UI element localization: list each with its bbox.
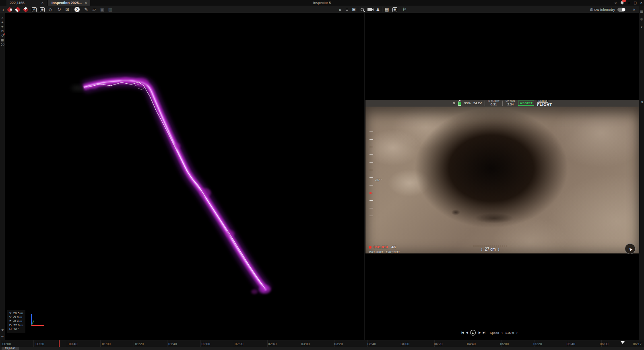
collapse-right-icon[interactable]: » [633, 6, 635, 13]
timeline-label: 02:20 [235, 342, 243, 346]
telemetry-toggle[interactable] [617, 8, 625, 12]
inspector-pose-button[interactable]: ♟ [375, 6, 381, 13]
sidebar-icon: ⊕ [1, 328, 4, 332]
timeline-label: 02:40 [268, 342, 277, 346]
tab-inspection-2025[interactable]: Inspection 2025... × [48, 0, 90, 6]
polygon-button[interactable]: ▱ [91, 6, 97, 13]
playhead[interactable] [59, 340, 60, 347]
timeline-label: 01:40 [168, 342, 177, 346]
sidebar-item-language[interactable]: ⊕ [0, 327, 5, 332]
close-icon[interactable]: × [85, 1, 87, 5]
collapse-button[interactable]: ∨ [639, 25, 644, 29]
target-button[interactable]: ◎ [639, 17, 644, 21]
more-tools-icon[interactable]: » [337, 6, 343, 13]
sidebar-item-updates[interactable]: ↺ [0, 33, 5, 38]
sidebar-item-drone[interactable]: ✈ [0, 25, 5, 29]
sidebar-icon: ✈ [1, 25, 4, 29]
pos-y: Y: -5.8 m [9, 315, 23, 319]
mesh-view-button[interactable]: ◇ [47, 6, 53, 13]
toolbar-separator [400, 7, 400, 12]
snapshot-icon: ◉ [392, 7, 398, 12]
measure-button[interactable]: ✎ [83, 6, 89, 13]
camera-select-button[interactable]: ◉ [39, 6, 45, 13]
battery-icon [458, 101, 461, 106]
sidebar-item-home[interactable]: ⌂ [0, 16, 5, 20]
timeline-label: 02:00 [202, 342, 210, 346]
sidebar-item-help[interactable]: ? [0, 42, 5, 47]
video-telemetry-bar: ⊕ 93% 24.2V IN FLIGHT 0:31 UP TIME 2:34 … [365, 100, 639, 107]
help-button[interactable]: ? [74, 6, 80, 13]
timeline-end-marker[interactable] [621, 341, 625, 344]
close-video-icon[interactable]: × [641, 100, 643, 104]
flight-mode: 12:39:54 FLIGHT [537, 100, 552, 107]
telemetry-label: Show telemetry [590, 8, 615, 12]
cube-icon [7, 6, 12, 12]
axis-gizmo [28, 313, 46, 329]
toolbar-separator [72, 7, 72, 12]
speed-up-button[interactable]: › [516, 331, 518, 335]
record-dot-icon [369, 246, 372, 249]
pointcloud-view-2-button[interactable] [15, 6, 21, 13]
crop-button[interactable]: ⊡ [64, 6, 70, 13]
sidebar-icon: ⌂ [2, 16, 4, 20]
divider [502, 101, 503, 106]
battery-percent: 93% [464, 101, 471, 105]
panel-toggle-button[interactable]: ▦ [639, 9, 644, 14]
notifications-button[interactable] [620, 1, 624, 5]
filters-button[interactable]: ≡ [344, 6, 350, 13]
delete-button[interactable]: ▥ [107, 6, 113, 13]
layout-windows-button[interactable]: ⊞ [351, 6, 357, 13]
app-window: 222,1165 × Inspection 2025... × Inspecto… [0, 0, 644, 350]
select-area-button[interactable]: A [31, 6, 37, 13]
tab-label: Inspection 2025... [52, 1, 82, 5]
sidebar-icon: ? [1, 43, 4, 46]
speed-down-button[interactable]: ‹ [502, 331, 503, 335]
skip-start-button[interactable]: |◀ [461, 331, 463, 334]
gimbal-ruler [369, 132, 373, 217]
skip-end-button[interactable]: ▶| [483, 331, 485, 334]
snapshot-button[interactable]: ◉ [392, 6, 398, 13]
play-button[interactable]: ▶ [470, 330, 476, 336]
tab-label: 222,1165 [10, 1, 25, 5]
tag-button[interactable]: ⚐ [402, 6, 407, 13]
sidebar-item-drone-small[interactable]: ✈ [0, 20, 5, 25]
uptime-stat: UP TIME 2:34 [506, 100, 515, 106]
tab-222-1165[interactable]: 222,1165 × [6, 0, 47, 6]
help-icon: ? [74, 7, 80, 12]
save-button[interactable]: ▣ [99, 6, 105, 13]
globe-icon: ⊕ [452, 101, 455, 105]
video-feed[interactable]: -37 ° 0:31.813 4K ISO 2883 EXP 1/33 ↕ 27… [365, 107, 639, 253]
timeline-label: 00:20 [35, 342, 44, 346]
minimize-button[interactable]: – [628, 0, 630, 6]
timeline-label: 00:40 [69, 342, 77, 346]
titlebar: 222,1165 × Inspection 2025... × Inspecto… [0, 0, 644, 6]
sidebar-item-logout[interactable]: ↪ [0, 334, 5, 339]
orbit-button[interactable]: ↻ [56, 6, 62, 13]
timeline-label: 05:20 [533, 342, 542, 346]
flight-selector[interactable]: Flight #1 [2, 347, 19, 350]
close-button[interactable]: × [640, 0, 642, 6]
expand-panel-icon[interactable]: › [0, 6, 6, 13]
video-player[interactable]: ⊕ 93% 24.2V IN FLIGHT 0:31 UP TIME 2:34 … [365, 100, 639, 253]
measurement-value: 27 cm [485, 247, 495, 251]
zoom-button[interactable] [359, 6, 365, 13]
pointcloud-view-1-button[interactable] [7, 6, 12, 13]
maximize-button[interactable]: ◻ [634, 0, 636, 6]
sidebar-item-library[interactable]: ▦ [0, 38, 5, 42]
toolbar-separator [358, 7, 358, 12]
step-back-button[interactable]: ◀| [466, 331, 468, 334]
chevron-down-icon: ∨ [640, 25, 643, 29]
status-bar: Flight #1 [0, 347, 644, 350]
step-forward-button[interactable]: |▶ [478, 331, 480, 334]
pointcloud-viewport[interactable]: X: 20.5 m Y: -5.8 m Z: -8.4 m D: 22.9 m … [5, 13, 365, 340]
clipboard-button[interactable]: ▤ [384, 6, 390, 13]
pointcloud-view-3-button[interactable] [23, 6, 29, 13]
user-icon[interactable]: ○ [614, 0, 617, 6]
orientation-compass: ▲ [625, 243, 636, 254]
telemetry-toggle-group: Show telemetry [590, 6, 625, 13]
video-button[interactable] [367, 6, 372, 13]
sidebar-item-settings[interactable]: ⚙ [0, 29, 5, 33]
timeline-label: 05:00 [500, 342, 509, 346]
close-icon[interactable]: × [41, 1, 43, 5]
timeline[interactable]: 00:0000:2000:4001:0001:2001:4002:0002:20… [0, 340, 644, 347]
